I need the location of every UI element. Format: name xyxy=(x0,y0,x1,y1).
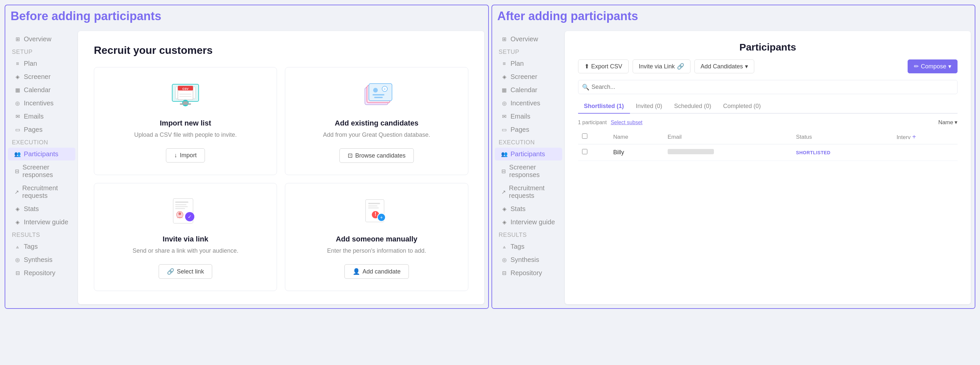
incentives-icon-after: ◎ xyxy=(501,100,508,106)
row-checkbox-cell xyxy=(578,144,609,161)
svg-rect-10 xyxy=(180,103,191,105)
sidebar-item-stats-after[interactable]: ◈ Stats xyxy=(495,203,562,215)
link-card-desc: Send or share a link with your audience. xyxy=(132,247,238,255)
sidebar-item-emails-before[interactable]: ✉ Emails xyxy=(8,110,75,123)
stats-icon-before: ◈ xyxy=(14,206,21,212)
sidebar-item-stats-before[interactable]: ◈ Stats xyxy=(8,203,75,215)
sidebar-item-screener-responses-before[interactable]: ⊟ Screener responses xyxy=(8,161,75,181)
export-csv-label: Export CSV xyxy=(591,63,622,70)
sidebar-item-incentives-before[interactable]: ◎ Incentives xyxy=(8,97,75,110)
sidebar-item-synthesis-after[interactable]: ◎ Synthesis xyxy=(495,253,562,266)
add-column-button[interactable]: + xyxy=(912,133,916,140)
import-svg: CSV ↓ xyxy=(167,81,204,111)
cards-grid: CSV ↓ Import new list xyxy=(94,67,468,291)
setup-label-after: Setup xyxy=(492,46,565,57)
svg-text:CSV: CSV xyxy=(183,87,189,90)
sidebar-item-repository-before[interactable]: ⊟ Repository xyxy=(8,267,75,279)
tags-icon-before: ⟁ xyxy=(14,244,21,250)
add-candidates-button[interactable]: Add Candidates ▾ xyxy=(694,59,754,73)
repository-icon-after: ⊟ xyxy=(501,270,508,276)
participants-table: Name Email Status Interv + xyxy=(578,130,958,161)
sidebar-item-incentives-after[interactable]: ◎ Incentives xyxy=(495,97,562,110)
col-interv: Interv + xyxy=(892,130,958,144)
sidebar-item-screener-before[interactable]: ◈ Screener xyxy=(8,70,75,83)
col-checkbox xyxy=(578,130,609,144)
compose-icon: ✏ xyxy=(914,63,919,70)
execution-label-before: Execution xyxy=(5,136,78,147)
compose-chevron-icon: ▾ xyxy=(948,63,951,70)
emails-icon-before: ✉ xyxy=(14,114,21,119)
sort-name-button[interactable]: Name ▾ xyxy=(939,119,958,126)
add-candidate-label: Add candidate xyxy=(363,268,401,275)
existing-card: ≡ Add existing candidates Add from your … xyxy=(285,67,468,175)
tab-invited[interactable]: Invited (0) xyxy=(630,100,668,113)
compose-button[interactable]: ✏ Compose ▾ xyxy=(908,59,958,73)
sidebar-item-overview-after[interactable]: ⊞ Overview xyxy=(495,33,562,46)
svg-point-25 xyxy=(178,213,181,215)
tabs-row: Shortlisted (1) Invited (0) Scheduled (0… xyxy=(578,100,958,114)
select-subset-link[interactable]: Select subset xyxy=(611,119,643,125)
add-candidate-button[interactable]: 👤 Add candidate xyxy=(344,264,409,279)
sidebar-item-screener-after[interactable]: ◈ Screener xyxy=(495,70,562,83)
chevron-down-icon: ▾ xyxy=(745,63,748,70)
svg-rect-15 xyxy=(372,94,384,95)
sidebar-item-screener-responses-after[interactable]: ⊟ Screener responses xyxy=(495,161,562,181)
svg-point-14 xyxy=(373,88,378,92)
svg-rect-29 xyxy=(368,203,380,204)
link-btn-icon: 🔗 xyxy=(167,268,174,275)
compose-label: Compose xyxy=(921,63,946,70)
sidebar-item-interview-guide-after[interactable]: ◈ Interview guide xyxy=(495,216,562,229)
link-illustration: ✓ xyxy=(165,195,205,228)
sidebar-item-pages-after[interactable]: ▭ Pages xyxy=(495,123,562,136)
browse-btn-label: Browse candidates xyxy=(355,152,406,159)
manual-card-desc: Enter the person's information to add. xyxy=(327,247,426,255)
import-button[interactable]: ↓ Import xyxy=(166,148,205,162)
import-card: CSV ↓ Import new list xyxy=(94,67,277,175)
browse-button[interactable]: ⊡ Browse candidates xyxy=(339,148,414,163)
sidebar-item-synthesis-before[interactable]: ◎ Synthesis xyxy=(8,253,75,266)
import-illustration: CSV ↓ xyxy=(165,79,205,112)
interview-guide-icon-before: ◈ xyxy=(14,219,21,225)
select-all-checkbox[interactable] xyxy=(582,133,587,139)
sidebar-item-recruitment-after[interactable]: ↗ Recruitment requests xyxy=(495,182,562,202)
synthesis-icon-before: ◎ xyxy=(14,257,21,263)
tags-icon-after: ⟁ xyxy=(501,244,508,250)
svg-rect-20 xyxy=(175,202,188,203)
sidebar-item-calendar-after[interactable]: ▦ Calendar xyxy=(495,84,562,97)
tab-completed[interactable]: Completed (0) xyxy=(717,100,767,113)
sidebar-item-plan-after[interactable]: ≡ Plan xyxy=(495,57,562,70)
status-badge: SHORTLISTED xyxy=(796,150,830,155)
sidebar-item-participants-before[interactable]: 👥 Participants xyxy=(8,148,75,160)
sort-chevron-icon: ▾ xyxy=(955,119,958,126)
sidebar-item-overview-before[interactable]: ⊞ Overview xyxy=(8,33,75,46)
sidebar-item-repository-after[interactable]: ⊟ Repository xyxy=(495,267,562,279)
recruitment-icon-after: ↗ xyxy=(501,189,506,195)
sidebar-item-participants-after[interactable]: 👥 Participants xyxy=(495,148,562,160)
row-checkbox[interactable] xyxy=(582,149,587,154)
sidebar-item-tags-after[interactable]: ⟁ Tags xyxy=(495,240,562,253)
tab-shortlisted[interactable]: Shortlisted (1) xyxy=(578,100,630,113)
after-sidebar: ⊞ Overview Setup ≡ Plan ◈ Screener ▦ Cal… xyxy=(492,27,565,308)
svg-text:✓: ✓ xyxy=(188,214,192,219)
plan-icon-after: ≡ xyxy=(501,61,508,67)
sidebar-item-tags-before[interactable]: ⟁ Tags xyxy=(8,240,75,253)
sidebar-item-emails-after[interactable]: ✉ Emails xyxy=(495,110,562,123)
screener-icon: ◈ xyxy=(14,74,21,80)
svg-rect-13 xyxy=(369,84,392,101)
browse-btn-icon: ⊡ xyxy=(348,152,353,159)
sidebar-item-recruitment-before[interactable]: ↗ Recruitment requests xyxy=(8,182,75,202)
invite-link-button[interactable]: Invite via Link 🔗 xyxy=(633,59,690,73)
overview-icon-after: ⊞ xyxy=(501,36,508,42)
search-input[interactable] xyxy=(578,80,958,94)
sidebar-item-interview-guide-before[interactable]: ◈ Interview guide xyxy=(8,216,75,229)
link-card-title: Invite via link xyxy=(162,235,208,243)
sidebar-item-calendar-before[interactable]: ▦ Calendar xyxy=(8,84,75,97)
export-csv-button[interactable]: ⬆ Export CSV xyxy=(578,59,628,73)
sidebar-item-plan-before[interactable]: ≡ Plan xyxy=(8,57,75,70)
repository-icon-before: ⊟ xyxy=(14,270,21,276)
select-link-button[interactable]: 🔗 Select link xyxy=(159,264,212,279)
tab-scheduled[interactable]: Scheduled (0) xyxy=(668,100,717,113)
participant-count: 1 participant xyxy=(578,119,607,125)
sidebar-item-pages-before[interactable]: ▭ Pages xyxy=(8,123,75,136)
existing-card-title: Add existing candidates xyxy=(335,119,418,127)
